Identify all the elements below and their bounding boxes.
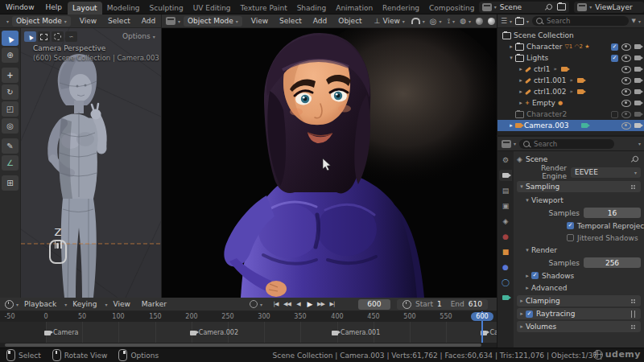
overlays-toggle[interactable]: ◍▾ xyxy=(460,17,471,25)
eye-icon[interactable] xyxy=(621,100,631,107)
tweak-select-mode[interactable]: ▲ xyxy=(24,31,36,42)
left-viewport[interactable] xyxy=(21,28,161,298)
camera-restrict-icon[interactable] xyxy=(634,78,641,83)
sampling-section-header[interactable]: ▾ Sampling xyxy=(517,181,641,192)
pin-icon[interactable] xyxy=(546,3,554,11)
scene-selector[interactable]: ▾ Scene xyxy=(479,2,569,13)
scrollbar-thumb[interactable] xyxy=(5,343,481,347)
end-value[interactable]: 610 xyxy=(469,300,482,308)
tab-scene[interactable]: ◈ xyxy=(499,216,512,227)
tab-shading[interactable]: Shading xyxy=(292,2,332,14)
checkbox[interactable]: ✓ xyxy=(567,222,574,229)
current-frame-indicator[interactable]: 600 xyxy=(471,312,493,321)
new-scene-icon[interactable] xyxy=(557,3,566,10)
volumes-section-header[interactable]: ▸ Volumes xyxy=(517,321,641,332)
camera-restrict-icon[interactable] xyxy=(634,67,641,72)
tab-compositing[interactable]: Compositing xyxy=(424,2,474,14)
add-cube-tool[interactable]: ⊞ xyxy=(2,175,19,191)
camera-restrict-icon[interactable] xyxy=(634,112,641,117)
outliner-row-ctrl1-001[interactable]: ▸ ctrl1.001 » xyxy=(497,75,644,86)
outliner-row-ctrl1[interactable]: ▸ ctrl1 » xyxy=(497,64,644,75)
annotate-tool[interactable]: ✎ xyxy=(2,138,19,154)
tab-rendering[interactable]: Rendering xyxy=(378,2,424,14)
tab-physics[interactable]: ◯ xyxy=(499,277,512,288)
checkbox[interactable]: ✓ xyxy=(526,311,533,318)
viewport-samples-field[interactable]: 16 xyxy=(584,208,641,218)
scale-tool[interactable]: ◰ xyxy=(2,101,19,117)
checkbox[interactable]: ✓ xyxy=(611,43,618,51)
tab-output[interactable]: ▤ xyxy=(499,185,512,196)
eye-icon[interactable] xyxy=(621,55,631,62)
camera-restrict-icon[interactable] xyxy=(634,56,641,60)
outliner-row-scene-collection[interactable]: Scene Collection xyxy=(497,30,644,41)
eye-icon[interactable] xyxy=(621,122,631,130)
transform-orientation-dropdown[interactable]: ⊥ View ▾ xyxy=(374,17,405,25)
eye-icon[interactable] xyxy=(621,88,631,96)
menu-marker[interactable]: Marker xyxy=(136,300,172,308)
tab-uv-editing[interactable]: UV Editing xyxy=(188,2,236,14)
eye-icon[interactable] xyxy=(621,111,631,118)
transform-tool[interactable]: ◎ xyxy=(2,118,19,134)
checkbox[interactable]: ✓ xyxy=(611,55,618,62)
render-subsection[interactable]: ▾ Render xyxy=(517,244,641,256)
tab-object-data[interactable] xyxy=(499,292,512,303)
render-engine-dropdown[interactable]: EEVEE ▾ xyxy=(571,167,641,178)
menu-view[interactable]: View xyxy=(107,300,135,308)
expand-icon[interactable]: ▸ xyxy=(507,122,515,129)
camera-restrict-icon[interactable] xyxy=(634,101,641,105)
tab-view-layer[interactable]: ▣ xyxy=(499,200,512,212)
jump-to-end-button[interactable]: ▶| xyxy=(327,299,337,310)
editor-type-icon[interactable] xyxy=(502,140,511,148)
camera-restrict-icon[interactable] xyxy=(634,89,641,94)
viewport-subsection[interactable]: ▾ Viewport xyxy=(517,194,641,206)
clamping-section-header[interactable]: ▸ Clamping xyxy=(517,295,641,306)
next-keyframe-button[interactable]: ▶▶ xyxy=(316,299,326,310)
filter-menu-icon[interactable]: ☰ xyxy=(501,17,507,25)
pin-icon[interactable] xyxy=(632,155,640,163)
options-dropdown[interactable]: Options ▾ xyxy=(122,32,155,40)
outliner-search[interactable] xyxy=(532,16,628,26)
outliner-row-character[interactable]: ▸ Character ▽1 ◠2 ★ ✓ xyxy=(497,41,644,52)
expand-icon[interactable]: ▸ xyxy=(507,43,515,50)
proportional-edit-toggle[interactable]: ◎ ▾ xyxy=(430,17,442,26)
tab-render[interactable] xyxy=(499,170,512,181)
editor-type-icon[interactable] xyxy=(166,17,175,25)
tab-object[interactable]: ■ xyxy=(499,246,512,257)
play-button[interactable]: ▶ xyxy=(304,299,315,310)
editor-type-icon[interactable] xyxy=(5,300,14,309)
tab-world[interactable]: ● xyxy=(499,231,512,242)
checkbox[interactable] xyxy=(611,111,618,118)
move-tool[interactable]: + xyxy=(2,68,19,83)
lasso-select-mode[interactable]: ∽ xyxy=(65,31,77,42)
mode-dropdown[interactable]: Object Mode ▾ xyxy=(12,16,71,27)
expand-icon[interactable]: ▸ xyxy=(517,88,525,95)
prev-keyframe-button[interactable]: ◀◀ xyxy=(282,299,292,310)
outliner-row-lights[interactable]: ▾ Lights ✓ xyxy=(497,52,644,64)
jump-to-start-button[interactable]: |◀ xyxy=(270,299,281,310)
eye-icon[interactable] xyxy=(621,43,631,51)
viewlayer-selector[interactable]: ▾ ViewLayer xyxy=(574,2,644,13)
gizmo-toggle[interactable]: ⟟▾ xyxy=(448,17,455,26)
expand-icon[interactable]: ▸ xyxy=(517,66,525,72)
outliner-row-ctrl1-002[interactable]: ▸ ctrl1.002 » xyxy=(497,86,644,97)
auto-key-toggle[interactable] xyxy=(250,300,258,308)
camera-restrict-icon[interactable] xyxy=(634,123,641,128)
play-reverse-button[interactable]: ◀ xyxy=(293,299,303,310)
center-viewport[interactable] xyxy=(161,28,497,298)
shadows-row[interactable]: ▸ ✓ Shadows xyxy=(517,269,641,282)
checkbox[interactable]: ✓ xyxy=(531,272,539,279)
rotate-tool[interactable]: ↻ xyxy=(2,84,19,100)
shading-solid-icon[interactable] xyxy=(476,18,483,25)
tab-modeling[interactable]: Modeling xyxy=(102,2,145,14)
menu-view[interactable]: View xyxy=(74,17,102,25)
camera-restrict-icon[interactable] xyxy=(634,44,641,49)
tab-constraints[interactable]: ● xyxy=(499,261,512,273)
outliner-row-character2[interactable]: Character2 xyxy=(497,109,644,120)
menu-select[interactable]: Select xyxy=(274,17,308,25)
menu-playback[interactable]: Playback xyxy=(19,300,62,308)
search-input[interactable] xyxy=(532,139,610,149)
eye-icon[interactable] xyxy=(621,77,631,84)
outliner-row-empty[interactable]: ▸ + Empty ● xyxy=(497,97,644,109)
advanced-row[interactable]: ▸ Advanced xyxy=(517,282,641,294)
raytracing-section-header[interactable]: ▸ ✓ Raytracing xyxy=(517,308,641,319)
